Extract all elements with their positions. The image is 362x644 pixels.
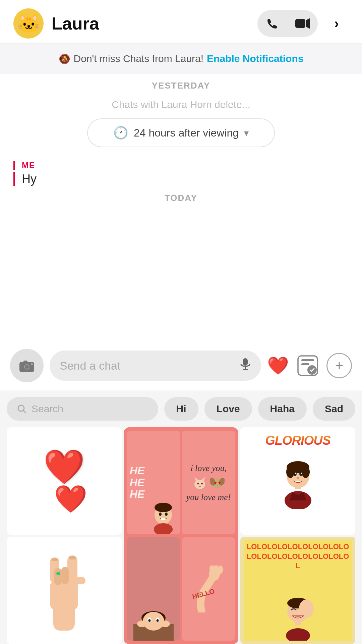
svg-line-15 [23, 411, 26, 413]
add-icon: + [335, 359, 344, 373]
svg-point-19 [159, 513, 162, 516]
camera-button[interactable] [10, 349, 44, 382]
add-button[interactable]: + [326, 353, 352, 378]
sticker-button[interactable] [295, 353, 320, 378]
reaction-tag-haha[interactable]: Haha [258, 397, 307, 421]
svg-point-57 [301, 473, 302, 474]
svg-rect-64 [54, 568, 62, 585]
svg-point-56 [295, 473, 296, 474]
timer-text: 24 hours after viewing [134, 127, 239, 139]
header-user-name: Laura [52, 13, 257, 34]
svg-point-54 [293, 472, 297, 476]
hearts-reaction-button[interactable]: ❤️ [267, 356, 289, 376]
date-today: TODAY [13, 193, 349, 203]
svg-point-52 [286, 466, 294, 478]
reaction-tag-hi[interactable]: Hi [164, 397, 198, 421]
svg-marker-1 [306, 18, 310, 29]
svg-point-23 [194, 480, 205, 489]
svg-point-69 [286, 628, 310, 641]
reaction-tag-sad[interactable]: Sad [313, 397, 355, 421]
svg-point-58 [297, 477, 299, 479]
svg-rect-65 [74, 577, 85, 584]
svg-rect-0 [295, 19, 305, 28]
svg-point-73 [299, 599, 314, 618]
svg-point-68 [56, 572, 60, 575]
svg-point-28 [199, 486, 201, 487]
svg-point-36 [143, 612, 164, 631]
svg-text:♥: ♥ [197, 481, 199, 486]
svg-text:♥: ♥ [201, 481, 203, 486]
chat-toolbar: Send a chat ❤️ + [0, 341, 362, 390]
sticker-featured[interactable]: HEHEHE [124, 427, 239, 644]
mic-icon [240, 358, 251, 374]
header-actions: › [257, 10, 349, 37]
call-video-group [257, 10, 318, 37]
reaction-tag-love[interactable]: Love [204, 397, 252, 421]
svg-point-18 [155, 503, 172, 512]
call-button[interactable] [257, 10, 288, 37]
chat-header: 🐱 Laura › [0, 0, 362, 44]
message-sender: ME [13, 161, 349, 170]
sticker-glorious[interactable]: GLORIOUS [240, 427, 355, 535]
notif-text: Don't miss Chats from Laura! [74, 53, 204, 64]
sticker-lol[interactable]: LOLOLOLOLOLOLOLOLOLOLOLOLOLOLOLOLOLOLOLO… [240, 537, 355, 644]
svg-text:♥: ♥ [218, 481, 221, 485]
chevron-down-icon: ▾ [244, 127, 249, 139]
sticker-keyboard: Search Hi Love Haha Sad ❤️ ❤️ [0, 390, 362, 644]
user-avatar[interactable]: 🐱 [13, 8, 44, 39]
date-yesterday: YESTERDAY [13, 80, 349, 91]
enable-notifications-link[interactable]: Enable Notifications [207, 53, 303, 64]
clock-icon: 🕐 [113, 126, 128, 140]
more-button[interactable]: › [324, 11, 349, 36]
svg-rect-66 [69, 556, 76, 559]
svg-point-4 [25, 365, 29, 369]
svg-text:♥: ♥ [214, 481, 217, 485]
svg-point-55 [299, 472, 303, 476]
svg-rect-7 [243, 358, 248, 366]
svg-point-46 [218, 566, 223, 574]
svg-point-41 [137, 621, 146, 627]
chat-placeholder: Send a chat [60, 359, 120, 372]
message-block: ME Hy [13, 161, 349, 186]
bell-icon: 🔕 [59, 53, 70, 64]
svg-rect-63 [61, 567, 69, 584]
svg-point-40 [156, 619, 159, 622]
svg-rect-60 [50, 580, 78, 610]
video-button[interactable] [288, 10, 318, 37]
chat-input[interactable]: Send a chat [50, 351, 261, 381]
svg-point-22 [154, 523, 173, 534]
delete-notice: Chats with Laura Horn delete... [13, 99, 349, 110]
sticker-hearts[interactable]: ❤️ ❤️ [7, 427, 122, 535]
sticker-iloveyou: i love you, ♥ [182, 431, 235, 534]
svg-rect-67 [51, 558, 58, 561]
sticker-search[interactable]: Search [7, 397, 158, 421]
sticker-hehe: HEHEHE [127, 431, 180, 534]
timer-pill[interactable]: 🕐 24 hours after viewing ▾ [87, 118, 275, 147]
chat-area: YESTERDAY Chats with Laura Horn delete..… [0, 80, 362, 225]
svg-point-20 [165, 513, 168, 516]
svg-point-39 [148, 619, 150, 622]
search-placeholder: Search [32, 403, 63, 415]
svg-rect-12 [301, 363, 309, 365]
message-text: Hy [13, 172, 349, 186]
svg-rect-5 [23, 361, 27, 363]
quick-reactions-row: Search Hi Love Haha Sad [7, 397, 355, 421]
sticker-rock-hand[interactable] [7, 537, 122, 644]
svg-point-53 [302, 466, 310, 478]
svg-point-42 [161, 621, 170, 627]
svg-rect-11 [301, 359, 314, 361]
sticker-peeking [127, 537, 180, 641]
bottom-section: Send a chat ❤️ + [0, 341, 362, 644]
sticker-grid: ❤️ ❤️ HEHEHE [7, 427, 355, 644]
notification-banner: 🔕 Don't miss Chats from Laura! Enable No… [0, 44, 362, 74]
svg-rect-21 [161, 518, 166, 520]
sticker-hello: HELLO [182, 537, 235, 641]
svg-point-6 [31, 363, 33, 365]
